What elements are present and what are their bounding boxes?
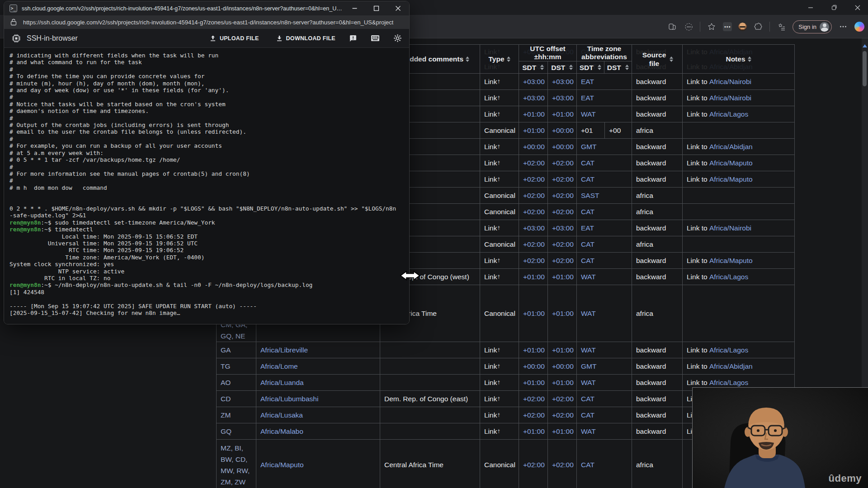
notes-link[interactable]: Africa/Nairobi (709, 92, 751, 103)
ssh-url-bar[interactable]: https://ssh.cloud.google.com/v2/ssh/proj… (4, 15, 409, 29)
tz-identifier-link[interactable]: Africa/Lubumbashi (260, 393, 318, 404)
utc-offset-link[interactable]: +02:00 (552, 157, 574, 169)
download-file-button[interactable]: DOWNLOAD FILE (276, 35, 335, 42)
abbreviation-link[interactable]: EAT (581, 222, 594, 234)
split-screen-icon[interactable] (667, 22, 677, 32)
abbreviation-link[interactable]: CAT (581, 255, 594, 266)
utc-offset-link[interactable]: +01:00 (523, 125, 545, 136)
country-codes-links[interactable]: GA (221, 344, 231, 356)
abbreviation-link[interactable]: GMT (581, 141, 596, 152)
country-codes-links[interactable]: GQ (221, 426, 231, 437)
utc-offset-link[interactable]: +01:00 (552, 344, 574, 356)
ssh-maximize-button[interactable] (372, 5, 380, 13)
utc-offset-link[interactable]: +02:00 (552, 409, 574, 421)
header-notes[interactable]: Notes (683, 44, 795, 74)
utc-offset-link[interactable]: +02:00 (523, 206, 545, 217)
scrollbar-thumb[interactable] (863, 51, 867, 86)
notes-link[interactable]: Africa/Nairobi (709, 76, 751, 87)
ssh-close-button[interactable] (394, 5, 402, 13)
tz-identifier-link[interactable]: Africa/Libreville (260, 344, 308, 356)
tz-identifier-link[interactable]: Africa/Luanda (260, 377, 304, 388)
keyboard-icon[interactable] (371, 35, 380, 42)
utc-offset-link[interactable]: +01:00 (523, 377, 545, 388)
header-abbr-dst[interactable]: DST (604, 61, 632, 73)
notes-link[interactable]: Africa/Maputo (709, 255, 753, 266)
abbreviation-link[interactable]: SAST (581, 190, 599, 201)
extension-tile-icon[interactable]: ••• (723, 22, 732, 31)
utc-offset-link[interactable]: +01:00 (552, 308, 574, 319)
abbreviation-link[interactable]: CAT (581, 157, 594, 169)
scrollbar-up-arrow-icon[interactable] (863, 42, 867, 47)
utc-offset-link[interactable]: +02:00 (552, 393, 574, 404)
abbreviation-link[interactable]: WAT (581, 108, 596, 120)
utc-offset-link[interactable]: +00:00 (523, 141, 545, 152)
country-codes-links[interactable]: AO (221, 377, 231, 388)
utc-offset-link[interactable]: +02:00 (552, 190, 574, 201)
copilot-icon[interactable] (854, 22, 864, 32)
abbreviation-link[interactable]: WAT (581, 308, 596, 319)
notes-link[interactable]: Africa/Maputo (709, 174, 753, 185)
tz-identifier-link[interactable]: Africa/Lusaka (260, 409, 303, 421)
abbreviation-link[interactable]: WAT (581, 271, 596, 282)
utc-offset-link[interactable]: +03:00 (523, 76, 545, 87)
utc-offset-link[interactable]: +02:00 (523, 459, 545, 470)
utc-offset-link[interactable]: +03:00 (523, 222, 545, 234)
notes-link[interactable]: Africa/Abidjan (709, 141, 753, 152)
browser-minimize-button[interactable] (805, 2, 816, 13)
notes-link[interactable]: Africa/Lagos (709, 108, 748, 120)
utc-offset-link[interactable]: +02:00 (523, 255, 545, 266)
header-source-file[interactable]: Source file (632, 44, 683, 74)
utc-offset-link[interactable]: +01:00 (523, 108, 545, 120)
utc-offset-link[interactable]: +01:00 (552, 377, 574, 388)
abbreviation-link[interactable]: CAT (581, 409, 594, 421)
utc-offset-link[interactable]: +02:00 (552, 174, 574, 185)
utc-offset-link[interactable]: +02:00 (523, 174, 545, 185)
notes-link[interactable]: Africa/Maputo (709, 157, 753, 169)
browser-close-button[interactable] (852, 2, 863, 13)
header-utc-sdt[interactable]: SDT (519, 61, 548, 73)
abbreviation-link[interactable]: CAT (581, 393, 594, 404)
utc-offset-link[interactable]: +01:00 (523, 426, 545, 437)
utc-offset-link[interactable]: +03:00 (523, 92, 545, 103)
utc-offset-link[interactable]: +00:00 (552, 125, 574, 136)
utc-offset-link[interactable]: +03:00 (552, 92, 574, 103)
abbreviation-link[interactable]: CAT (581, 174, 594, 185)
favorites-star-icon[interactable] (707, 22, 717, 32)
notes-link[interactable]: Africa/Lagos (709, 377, 748, 388)
notes-link[interactable]: Africa/Nairobi (709, 222, 751, 234)
collections-icon[interactable] (776, 22, 786, 32)
utc-offset-link[interactable]: +02:00 (552, 239, 574, 250)
abbreviation-link[interactable]: WAT (581, 426, 596, 437)
country-codes-links[interactable]: ZM (221, 409, 231, 421)
terminal-output[interactable]: # indicating with different fields when … (4, 48, 409, 324)
utc-offset-link[interactable]: +02:00 (523, 157, 545, 169)
country-codes-links[interactable]: TG (221, 361, 231, 372)
utc-offset-link[interactable]: +00:00 (523, 361, 545, 372)
country-codes-links[interactable]: CD (221, 393, 231, 404)
utc-offset-link[interactable]: +00:00 (552, 141, 574, 152)
extensions-puzzle-icon[interactable] (753, 22, 763, 32)
utc-offset-link[interactable]: +02:00 (523, 393, 545, 404)
utc-offset-link[interactable]: +02:00 (552, 459, 574, 470)
tz-identifier-link[interactable]: Africa/Maputo (260, 459, 304, 470)
browser-restore-button[interactable] (828, 2, 840, 13)
utc-offset-link[interactable]: +01:00 (552, 426, 574, 437)
utc-offset-link[interactable]: +03:00 (552, 222, 574, 234)
upload-file-button[interactable]: UPLOAD FILE (210, 35, 259, 42)
reading-mode-icon[interactable] (684, 22, 693, 32)
utc-offset-link[interactable]: +02:00 (523, 409, 545, 421)
settings-gear-icon[interactable] (393, 34, 402, 42)
tz-identifier-link[interactable]: Africa/Malabo (260, 426, 303, 437)
utc-offset-link[interactable]: +01:00 (523, 271, 545, 282)
utc-offset-link[interactable]: +01:00 (552, 271, 574, 282)
notes-link[interactable]: Africa/Lagos (709, 271, 748, 282)
abbreviation-link[interactable]: EAT (581, 92, 594, 103)
abbreviation-link[interactable]: CAT (581, 206, 594, 217)
abbreviation-link[interactable]: WAT (581, 377, 596, 388)
utc-offset-link[interactable]: +03:00 (552, 76, 574, 87)
utc-offset-link[interactable]: +02:00 (523, 190, 545, 201)
sign-in-button[interactable]: Sign in (793, 20, 832, 33)
abbreviation-link[interactable]: EAT (581, 76, 594, 87)
ssh-minimize-button[interactable] (350, 5, 359, 13)
utc-offset-link[interactable]: +01:00 (523, 344, 545, 356)
